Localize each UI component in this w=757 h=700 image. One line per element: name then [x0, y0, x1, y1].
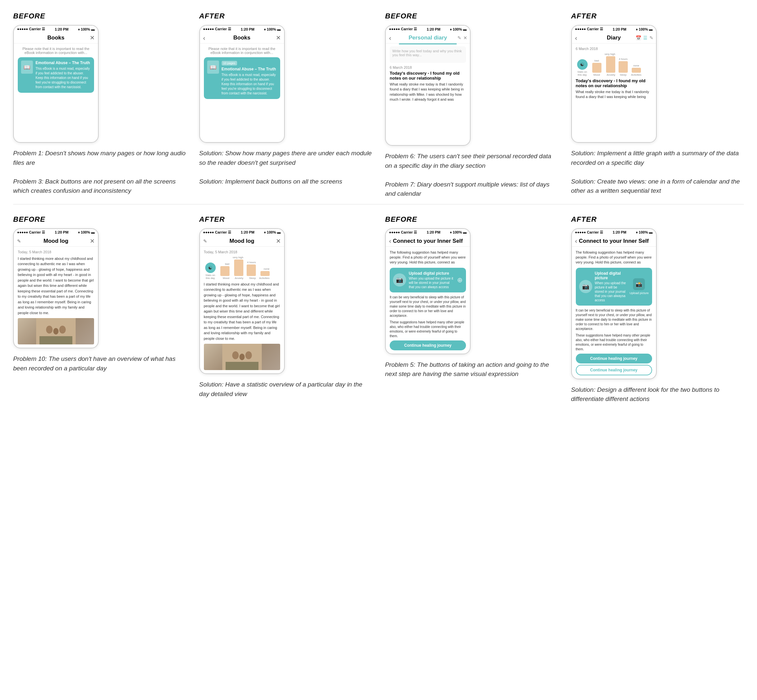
label-after-3: AFTER [199, 215, 372, 224]
back-icon-diary-after[interactable]: ‹ [575, 34, 578, 42]
old-photo-svg-2 [222, 344, 262, 370]
close-icon[interactable]: ✕ [90, 34, 95, 41]
time-6: 1:20 PM [241, 230, 254, 234]
anxiety-stat-ml: very high Anxiety [233, 256, 243, 280]
solution-text-1: Solution: Show how many pages there are … [199, 149, 372, 186]
back-icon-connect[interactable]: ‹ [389, 237, 391, 245]
upload-plus[interactable]: ⊕ [457, 276, 463, 284]
sleep-stat: 4 hours Sleep [618, 58, 628, 76]
header-title-moodlog: Mood log [44, 238, 69, 244]
continue-btn-outline-after[interactable]: Continue healing journey [576, 365, 652, 375]
status-bar-6: ●●●●● Carrier ☰ 1:20 PM ♦ 100% ▬ [200, 229, 284, 236]
continue-btn-before[interactable]: Continue healing journey [390, 341, 466, 350]
phone-moodlog-after: ●●●●● Carrier ☰ 1:20 PM ♦ 100% ▬ Mood lo… [199, 228, 285, 374]
label-after-1: AFTER [199, 12, 372, 20]
svg-rect-4 [39, 336, 72, 344]
carrier-5: ●●●●● Carrier ☰ [17, 230, 45, 234]
close-icon-2[interactable]: ✕ [276, 34, 281, 41]
svg-point-3 [59, 326, 66, 334]
close-icon-moodlog[interactable]: ✕ [90, 238, 95, 245]
cell-connect-after: AFTER ●●●●● Carrier ☰ 1:20 PM ♦ 100% ▬ ‹… [565, 210, 751, 409]
phone-body-connect-after: The following suggestion has helped many… [572, 247, 656, 379]
phone-moodlog-before: ●●●●● Carrier ☰ 1:20 PM ♦ 100% ▬ Mood lo… [13, 228, 99, 349]
phone-connect-before: ●●●●● Carrier ☰ 1:20 PM ♦ 100% ▬ ‹ Conne… [385, 228, 471, 354]
phone-books-after: ●●●●● Carrier ☰ 1:20 PM ♦ 100% ▬ ‹ Books… [199, 25, 285, 143]
carrier-4: ●●●●● Carrier ☰ [575, 27, 603, 31]
stat-on-day-moodlog: ☯ Stats on this day [204, 262, 217, 280]
svg-point-1 [46, 326, 53, 334]
edit-icon-diary-after[interactable]: ✎ [649, 35, 653, 41]
connect-intro: The following suggestion has helped many… [390, 250, 466, 265]
cell-books-before: BEFORE ●●●●● Carrier ☰ 1:20 PM ♦ 100% ▬ … [6, 6, 193, 204]
upload-card-after[interactable]: 📷 Upload digital picture When you upload… [576, 268, 652, 306]
carrier-3: ●●●●● Carrier ☰ [389, 27, 417, 31]
time-2: 1:20 PM [241, 27, 254, 31]
calendar-icon[interactable]: 📅 [636, 35, 641, 41]
upload-text-after: Upload digital picture When you upload t… [595, 271, 627, 302]
list-icon[interactable]: ☰ [643, 35, 648, 41]
connect-intro-after: The following suggestion has helped many… [576, 250, 652, 265]
label-before-4: BEFORE [385, 215, 558, 224]
upload-title-after: Upload digital picture [595, 271, 627, 280]
photo-placeholder-after [204, 344, 280, 370]
camera-icon-upload[interactable]: 📸 [633, 278, 645, 290]
cell-moodlog-after: AFTER ●●●●● Carrier ☰ 1:20 PM ♦ 100% ▬ M… [193, 210, 379, 409]
upload-icon-after: 📷 [579, 280, 592, 293]
book-card-after[interactable]: 📖 10 pages Emotional Abuse – The Truth T… [204, 57, 280, 99]
upload-card-before[interactable]: 📷 Upload digital picture When you upload… [390, 268, 466, 292]
mood-stat: bad Mood [592, 59, 601, 76]
mood-date: Today, 5 March 2018 [18, 250, 94, 254]
diary-write-placeholder[interactable]: Write how you feel today and why you thi… [390, 46, 466, 63]
edit-icon-moodlog[interactable]: ✎ [17, 239, 21, 244]
time-3: 1:20 PM [426, 27, 440, 31]
edit-icon-moodlog-after[interactable]: ✎ [203, 239, 207, 244]
activities-stat-ml: none Activities [259, 267, 270, 280]
diary-entry-text-after: What really stroke me today is that I ra… [576, 89, 652, 100]
label-before-1: BEFORE [13, 12, 186, 20]
phone-body-diary: Write how you feel today and why you thi… [386, 46, 470, 145]
carrier-7: ●●●●● Carrier ☰ [389, 230, 417, 234]
back-icon[interactable]: ‹ [203, 34, 206, 42]
header-title-connect: Connect to your Inner Self [393, 238, 463, 244]
book-info-2: 10 pages Emotional Abuse – The Truth Thi… [222, 61, 277, 96]
stat-label: Stats on this day [576, 70, 589, 76]
book-icon-2: 📖 [207, 61, 219, 74]
sleep-name-ml: Sleep [249, 277, 256, 280]
stats-row: ☯ Stats on this day bad Mood very high A… [576, 53, 652, 76]
battery-2: ♦ 100% ▬ [264, 27, 281, 31]
anxiety-stat: very high Anxiety [605, 53, 615, 76]
label-before-2: BEFORE [385, 12, 558, 20]
bad-label-ml: bad [225, 262, 229, 266]
sleep-name: Sleep [620, 73, 626, 76]
close-icon-diary[interactable]: ✕ [464, 35, 467, 41]
svg-point-8 [245, 351, 252, 359]
battery-6: ♦ 100% ▬ [264, 230, 281, 234]
status-bar-3: ●●●●● Carrier ☰ 1:20 PM ♦ 100% ▬ [386, 26, 470, 33]
book-info: Emotional Abuse – The Truth This eBook i… [36, 61, 91, 89]
upload-desc: When you upload the picture it will be s… [409, 276, 454, 289]
phone-diary-before: ●●●●● Carrier ☰ 1:20 PM ♦ 100% ▬ ‹ Perso… [385, 25, 471, 146]
header-title-diary: Personal diary [409, 34, 447, 41]
anxiety-bar-ml [234, 259, 243, 276]
mood-name-ml: Mood [223, 277, 229, 280]
sleep-bar [618, 61, 628, 73]
svg-point-6 [232, 351, 239, 359]
status-bar-4: ●●●●● Carrier ☰ 1:20 PM ♦ 100% ▬ [572, 26, 656, 33]
time-5: 1:20 PM [55, 230, 69, 234]
label-before-3: BEFORE [13, 215, 186, 224]
stat-icon: ☯ [577, 59, 588, 70]
status-bar-2: ●●●●● Carrier ☰ 1:20 PM ♦ 100% ▬ [200, 26, 284, 33]
continue-btn-after[interactable]: Continue healing journey [576, 354, 652, 364]
back-icon-connect-after[interactable]: ‹ [575, 237, 578, 245]
activities-name-ml: Activities [259, 277, 270, 280]
edit-icon-diary[interactable]: ✎ [457, 35, 461, 41]
battery-7: ♦ 100% ▬ [450, 230, 467, 234]
phone-body-moodlog-after: Today, 5 March 2018 ☯ Stats on this day … [200, 247, 284, 374]
carrier-text: ●●●●● Carrier ☰ [17, 27, 45, 31]
book-card[interactable]: 📖 Emotional Abuse – The Truth This eBook… [18, 57, 94, 93]
phone-header-connect-before: ‹ Connect to your Inner Self [386, 236, 470, 247]
status-bar: ●●●●● Carrier ☰ 1:20 PM ♦ 100% ▬ [14, 26, 98, 33]
back-icon-diary[interactable]: ‹ [389, 34, 391, 42]
phone-body-books-before: Please note that it is important to read… [14, 44, 98, 142]
close-icon-moodlog-after[interactable]: ✕ [276, 238, 281, 245]
